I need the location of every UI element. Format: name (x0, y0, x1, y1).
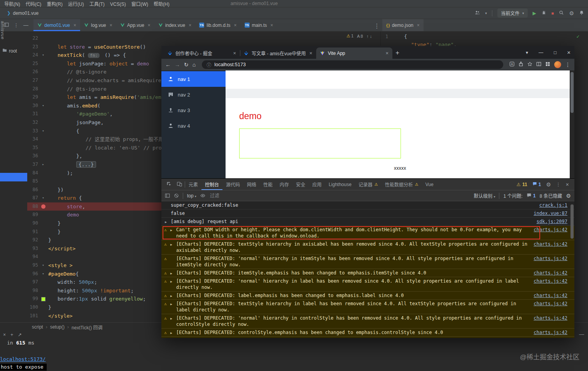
console-warning-row[interactable]: ⚠▶[ECharts] DEPRECATED: controlStyle.emp… (161, 329, 574, 337)
devtools-tab[interactable]: 网络 (243, 179, 260, 190)
console-warning-row[interactable]: ⚠▶[ECharts] DEPRECATED: textStyle hierar… (161, 240, 574, 255)
nav-breadcrumb[interactable]: demo01.vue (13, 11, 38, 16)
console-settings-icon[interactable]: ⚙ (566, 193, 571, 199)
devtools-tab[interactable]: 性能数据分析⚠ (382, 179, 422, 190)
menu-item[interactable]: 导航(N) (2, 2, 23, 7)
profile-avatar[interactable] (554, 61, 561, 68)
devtools-tab[interactable]: 源代码 (222, 179, 243, 190)
close-icon[interactable]: × (567, 49, 570, 56)
breadcrumb-item[interactable]: setup() (50, 324, 65, 330)
menu-item[interactable]: 窗口(W) (129, 2, 151, 7)
devtools-tab[interactable]: 元素 (185, 179, 201, 190)
console-warning-row[interactable]: ⚠▶[ECharts] DEPRECATED: 'normal' hierarc… (161, 277, 574, 292)
source-link[interactable]: charts.js:42 (534, 338, 567, 338)
close-icon[interactable]: × (189, 23, 191, 28)
fold-chevron-icon[interactable]: ▸ (42, 160, 44, 169)
log-level-selector[interactable]: 默认级别▾ (474, 192, 495, 199)
context-selector[interactable]: top▾ (187, 193, 196, 199)
expand-triangle-icon[interactable]: ▶ (170, 301, 172, 308)
prev-next-arrows[interactable]: ↑ ↓ (366, 34, 372, 39)
browser-tab[interactable]: 写文章 - amis在vue中使用遇到...× (240, 47, 316, 59)
color-swatch[interactable] (41, 297, 46, 301)
source-link[interactable]: charts.js:42 (534, 278, 567, 284)
devtools-settings-icon[interactable]: ⚙ (546, 181, 551, 188)
sidebar-item-nav-3[interactable]: nav 3 (161, 102, 226, 118)
console-warning-row[interactable]: ⚠▶[ECharts] DEPRECATED: itemStyle.emphas… (161, 269, 574, 277)
more-icon[interactable]: ⋮ (556, 182, 561, 187)
run-config-selector[interactable]: 当前文件 ▾ (497, 9, 528, 18)
breadcrumb-item[interactable]: nextTick() 回调 (72, 324, 103, 331)
breakpoint-icon[interactable] (41, 204, 46, 209)
close-icon[interactable]: × (233, 50, 236, 56)
folded-block[interactable]: {...} (76, 161, 96, 168)
refresh-button[interactable]: ↻ (184, 62, 189, 68)
menu-item[interactable]: 重构(R) (44, 2, 65, 7)
close-icon[interactable]: × (309, 50, 312, 56)
more-icon[interactable]: ⋮ (374, 22, 380, 30)
expand-triangle-icon[interactable]: ▶ (170, 293, 172, 299)
editor-tab[interactable]: log.vue× (80, 19, 116, 31)
browser-tab[interactable]: Vite App× (316, 47, 392, 59)
console-warning-row[interactable]: ⚠▶[ECharts] DEPRECATED: label.emphasis h… (161, 292, 574, 300)
devtools-tab[interactable]: Vue (422, 179, 437, 190)
fold-chevron-icon[interactable]: ▾ (42, 127, 44, 135)
console-warning-row[interactable]: ⚠[ECharts] DEPRECATED: 'normal' hierarch… (161, 255, 574, 269)
source-link[interactable]: crack.js:1 (539, 202, 567, 208)
editor-tab[interactable]: { }demo.json× (382, 19, 424, 31)
expand-triangle-icon[interactable]: ▶ (170, 227, 172, 234)
sidebar-item-nav-2[interactable]: nav 2 (161, 87, 226, 102)
close-icon[interactable]: × (74, 23, 76, 28)
console-filter-input[interactable] (209, 193, 470, 199)
expand-triangle-icon[interactable]: ▶ (170, 242, 172, 248)
console-warning-badge[interactable]: ⚠ 11 (516, 182, 527, 187)
menu-item[interactable]: 工具(T) (87, 2, 107, 7)
project-selection-bar[interactable] (0, 173, 27, 181)
source-link[interactable]: charts.js:42 (534, 292, 567, 299)
source-link[interactable]: charts.js:42 (534, 270, 567, 276)
source-link[interactable]: charts.js:42 (534, 329, 567, 336)
source-link[interactable]: charts.js:42 (534, 241, 567, 247)
source-link[interactable]: charts.js:42 (534, 301, 567, 307)
source-link[interactable]: charts.js:42 (534, 255, 567, 262)
sidebar-item-nav-1[interactable]: nav 1 (161, 71, 226, 87)
hidden-messages-label[interactable]: 8 条已隐藏 (539, 192, 562, 199)
fold-chevron-icon[interactable]: ▾ (42, 194, 44, 202)
project-tree-item[interactable]: root (2, 48, 17, 54)
sidebar-item-nav-4[interactable]: nav 4 (161, 118, 226, 134)
home-button[interactable]: ⌂ (192, 62, 196, 68)
forward-button[interactable]: → (175, 62, 180, 68)
tab-search-icon[interactable]: ▾ (526, 50, 528, 55)
close-icon[interactable]: × (3, 332, 6, 338)
issues-badge[interactable]: 1 (532, 181, 541, 187)
new-tab-button[interactable]: + (396, 49, 399, 57)
devtools-tab[interactable]: 安全 (292, 179, 309, 190)
console-scrollbar[interactable] (570, 204, 574, 239)
console-warning-row[interactable]: ⚠▶[ECharts] DEPRECATED: 'normal' hierarc… (161, 314, 574, 329)
editor-tab[interactable]: demo01.vue× (33, 19, 80, 31)
menu-item[interactable]: 帮助(H) (151, 2, 172, 7)
expand-triangle-icon[interactable]: ▶ (170, 271, 172, 277)
console-messages[interactable]: super_copy_cracked:falsecrack.js:1falsei… (161, 201, 574, 338)
devtools-tab[interactable]: 应用 (309, 179, 325, 190)
devtools-tab[interactable]: Lighthouse (325, 179, 355, 190)
close-icon[interactable]: × (385, 50, 388, 56)
browser-tab[interactable]: 创作者中心 - 掘金× (164, 47, 240, 59)
address-bar[interactable]: ⓘ localhost:5173 (202, 60, 503, 69)
minimize-icon[interactable]: — (579, 331, 584, 337)
console-warning-row[interactable]: ⚠▶Can't get DOM width or height. Please … (161, 226, 574, 240)
toolwindow-label-amisvue[interactable]: amisvue (0, 21, 5, 40)
editor-tab[interactable]: index.vue× (154, 19, 195, 31)
expand-icon[interactable]: ↗ (18, 332, 22, 338)
minimize-icon[interactable]: — (539, 50, 543, 55)
more-icon[interactable]: ⋮ (14, 22, 19, 28)
expand-triangle-icon[interactable]: ▶ (165, 219, 167, 225)
inspection-widget[interactable]: ⚠1 A8 ↑ ↓ (346, 33, 372, 39)
close-icon[interactable]: × (270, 23, 273, 28)
run-button[interactable]: ▶ (533, 11, 536, 16)
console-warning-row[interactable]: ⚠▶[ECharts] DEPRECATED: textStyle hierar… (161, 300, 574, 314)
maximize-icon[interactable]: □ (554, 50, 556, 55)
source-link[interactable]: index.vue:87 (534, 210, 567, 216)
settings-icon[interactable]: ⚙ (569, 10, 574, 16)
menu-item[interactable]: VCS(S) (107, 2, 129, 7)
expand-triangle-icon[interactable]: ▶ (170, 316, 172, 322)
